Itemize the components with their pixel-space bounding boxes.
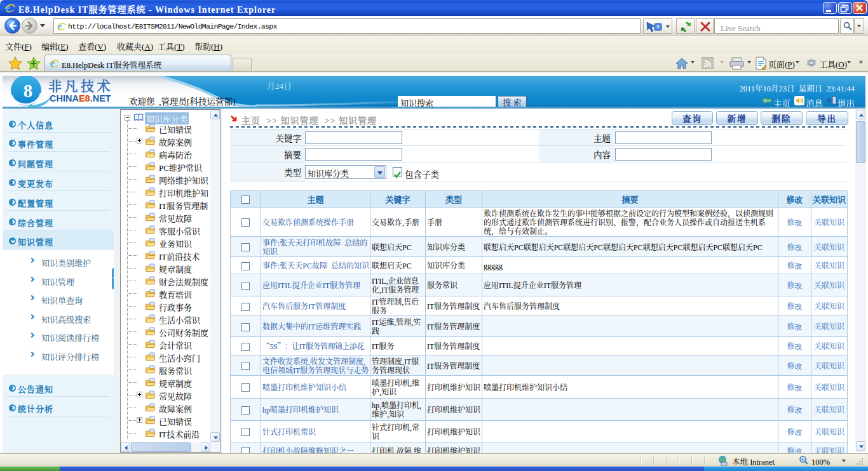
svg-text:8: 8 bbox=[24, 81, 33, 101]
svg-text:CHINAE8.NET: CHINAE8.NET bbox=[50, 93, 111, 103]
svg-text:?: ? bbox=[656, 24, 660, 30]
svg-text:非凡技术: 非凡技术 bbox=[48, 76, 113, 95]
